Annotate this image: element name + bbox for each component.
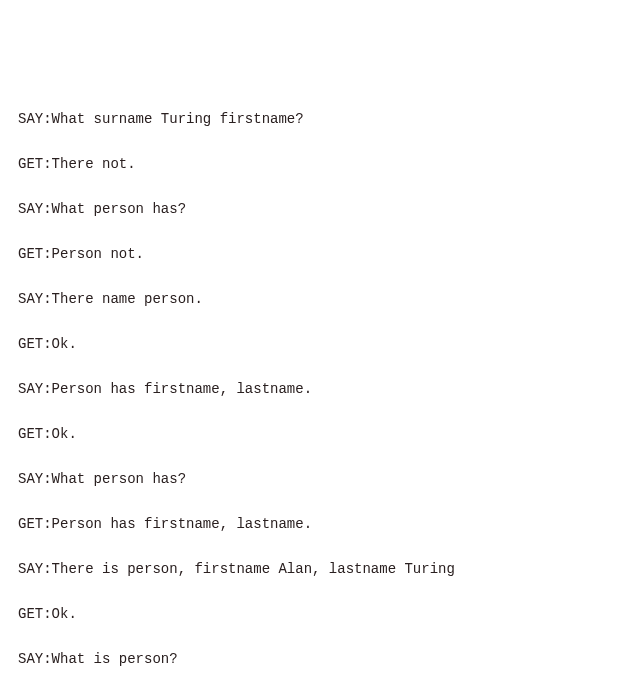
dialog-line: GET:Person not. (18, 243, 640, 266)
dialog-line: GET:Person has firstname, lastname. (18, 513, 640, 536)
dialog-line: SAY:What surname Turing firstname? (18, 108, 640, 131)
dialog-line: SAY:There name person. (18, 288, 640, 311)
dialog-line: GET:Ok. (18, 333, 640, 356)
dialog-line: GET:Ok. (18, 423, 640, 446)
dialog-line: GET:Ok. (18, 603, 640, 626)
dialog-line: SAY:There is person, firstname Alan, las… (18, 558, 640, 581)
dialog-line: SAY:What person has? (18, 468, 640, 491)
dialog-line: GET:There not. (18, 153, 640, 176)
dialog-line: SAY:What is person? (18, 648, 640, 671)
dialog-line: SAY:What person has? (18, 198, 640, 221)
dialog-line: SAY:Person has firstname, lastname. (18, 378, 640, 401)
